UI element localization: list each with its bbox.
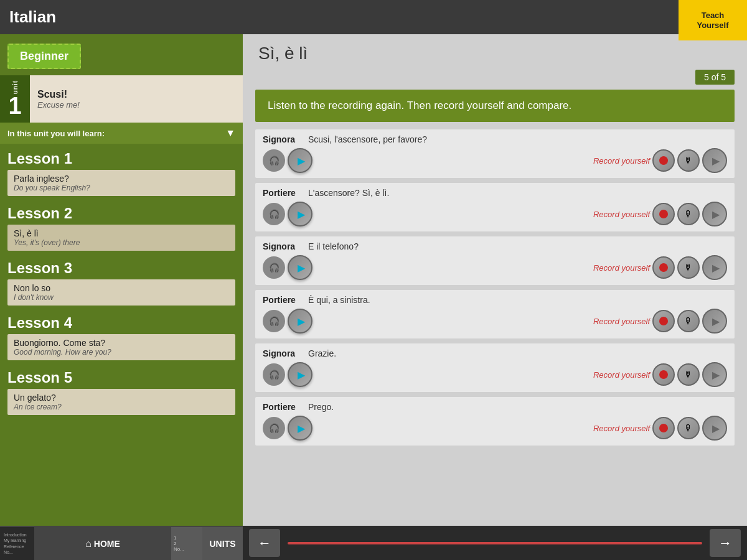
record-button-5[interactable] — [652, 363, 675, 386]
lesson-sub-1: Do you speak English? — [14, 184, 229, 192]
lesson-card-5[interactable]: Un gelato?An ice cream? — [7, 389, 235, 415]
unit-subtitle: Excuse me! — [37, 100, 235, 110]
play-button-3[interactable]: ▶ — [288, 255, 312, 280]
dialogue-row-2: PortiereL'ascensore? Sì, è lì.🎧▶Record y… — [255, 183, 735, 231]
dialogue-text-2: L'ascensore? Sì, è lì. — [308, 188, 389, 198]
record-button-6[interactable] — [652, 417, 675, 439]
units-section: 1 2 No... UNITS — [171, 527, 243, 560]
controls-row-4: 🎧▶Record yourself🎙▶ — [263, 309, 727, 334]
speaker-5: Signora — [263, 348, 303, 358]
dialogue-text-4: È qui, a sinistra. — [308, 295, 370, 305]
home-icon: ⌂ — [85, 538, 92, 549]
lesson-card-1[interactable]: Parla inglese?Do you speak English? — [7, 170, 235, 196]
play-button-4[interactable]: ▶ — [288, 309, 312, 334]
mic-button-3[interactable]: 🎙 — [677, 256, 700, 279]
dialogue-text-5: Grazie. — [308, 348, 336, 358]
record-label-4: Record yourself — [593, 317, 650, 326]
home-button[interactable]: ⌂ HOME — [34, 527, 171, 560]
record-button-3[interactable] — [652, 256, 675, 279]
play-button2-2[interactable]: ▶ — [702, 202, 727, 226]
dialogue-text-3: E il telefono? — [308, 241, 359, 251]
play-button2-5[interactable]: ▶ — [702, 362, 727, 387]
unit-learn-row[interactable]: In this unit you will learn: ▼ — [0, 123, 243, 144]
teach-yourself-badge: Teach Yourself — [679, 0, 747, 40]
play-button-6[interactable]: ▶ — [288, 416, 312, 441]
lesson-section-5: Lesson 5Un gelato?An ice cream? — [0, 363, 243, 415]
record-dot-6 — [659, 424, 668, 432]
instruction-box: Listen to the recording again. Then reco… — [255, 90, 735, 122]
nav-thumbnails: Introduction My learning Reference No... — [0, 527, 34, 560]
headphone-button-6[interactable]: 🎧 — [263, 417, 285, 439]
right-controls-1: Record yourself🎙▶ — [593, 148, 727, 173]
play-button2-3[interactable]: ▶ — [702, 255, 727, 280]
unit-name: Scusi! — [37, 89, 235, 100]
lesson-main-2: Sì, è lì — [14, 228, 229, 238]
right-controls-2: Record yourself🎙▶ — [593, 202, 727, 226]
lesson-heading-2: Lesson 2 — [7, 201, 235, 225]
mic-button-2[interactable]: 🎙 — [677, 203, 700, 225]
record-dot-5 — [659, 370, 668, 379]
headphone-button-3[interactable]: 🎧 — [263, 256, 285, 279]
main-content: Sì, è lì 5 of 5 Listen to the recording … — [243, 34, 747, 560]
record-button-1[interactable] — [652, 149, 675, 172]
left-controls-1: 🎧▶ — [263, 148, 312, 173]
right-controls-3: Record yourself🎙▶ — [593, 255, 727, 280]
unit-number: 1 — [8, 94, 21, 118]
sidebar-nav: Introduction My learning Reference No...… — [0, 526, 243, 560]
units-thumbnail: 1 2 No... — [171, 527, 202, 560]
progress-bar-area: 5 of 5 — [255, 70, 735, 90]
record-dot-1 — [659, 156, 668, 165]
play-button2-1[interactable]: ▶ — [702, 148, 727, 173]
units-button[interactable]: UNITS — [202, 527, 243, 560]
play-button-2[interactable]: ▶ — [288, 202, 312, 226]
controls-row-1: 🎧▶Record yourself🎙▶ — [263, 148, 727, 173]
record-button-2[interactable] — [652, 203, 675, 225]
headphone-button-4[interactable]: 🎧 — [263, 310, 285, 332]
play-button2-4[interactable]: ▶ — [702, 309, 727, 334]
lesson-section-4: Lesson 4Buongiorno. Come sta?Good mornin… — [0, 308, 243, 360]
mic-button-4[interactable]: 🎙 — [677, 310, 700, 332]
sidebar: Beginner unit 1 Scusi! Excuse me! In thi… — [0, 34, 243, 560]
lesson-sub-3: I don't know — [14, 293, 229, 302]
main-nav: ← → — [243, 526, 747, 560]
lesson-main-5: Un gelato? — [14, 393, 229, 403]
record-button-4[interactable] — [652, 310, 675, 332]
controls-row-6: 🎧▶Record yourself🎙▶ — [263, 416, 727, 441]
play-button-5[interactable]: ▶ — [288, 362, 312, 387]
mic-button-5[interactable]: 🎙 — [677, 363, 700, 386]
dialogue-text-6: Prego. — [308, 402, 334, 412]
play-button2-6[interactable]: ▶ — [702, 416, 727, 441]
lesson-heading-3: Lesson 3 — [7, 256, 235, 279]
prev-button[interactable]: ← — [249, 529, 280, 557]
headphone-button-1[interactable]: 🎧 — [263, 149, 285, 172]
mic-button-6[interactable]: 🎙 — [677, 417, 700, 439]
mic-button-1[interactable]: 🎙 — [677, 149, 700, 172]
lesson-sub-4: Good morning. How are you? — [14, 348, 229, 357]
progress-badge: 5 of 5 — [695, 70, 735, 85]
dialogue-text-1: Scusi, l'ascensore, per favore? — [308, 134, 427, 144]
dialogue-row-5: SignoraGrazie.🎧▶Record yourself🎙▶ — [255, 343, 735, 392]
record-label-6: Record yourself — [593, 424, 650, 433]
headphone-button-5[interactable]: 🎧 — [263, 363, 285, 386]
headphone-button-2[interactable]: 🎧 — [263, 203, 285, 225]
unit-badge: unit 1 — [0, 75, 30, 123]
lesson-section-3: Lesson 3Non lo soI don't know — [0, 253, 243, 306]
controls-row-5: 🎧▶Record yourself🎙▶ — [263, 362, 727, 387]
lessons-list: Lesson 1Parla inglese?Do you speak Engli… — [0, 144, 243, 418]
unit-title-block: Scusi! Excuse me! — [30, 75, 243, 123]
record-dot-4 — [659, 317, 668, 325]
beginner-button[interactable]: Beginner — [7, 44, 81, 69]
right-controls-5: Record yourself🎙▶ — [593, 362, 727, 387]
lesson-card-2[interactable]: Sì, è lìYes, it's (over) there — [7, 225, 235, 251]
next-button[interactable]: → — [710, 529, 741, 557]
header: Italian Teach Yourself — [0, 0, 747, 34]
content-area: 5 of 5 Listen to the recording again. Th… — [243, 70, 747, 526]
lesson-heading-4: Lesson 4 — [7, 310, 235, 334]
left-controls-3: 🎧▶ — [263, 255, 312, 280]
record-label-5: Record yourself — [593, 370, 650, 380]
dialogue-row-4: PortiereÈ qui, a sinistra.🎧▶Record yours… — [255, 290, 735, 338]
lesson-card-3[interactable]: Non lo soI don't know — [7, 279, 235, 306]
speaker-6: Portiere — [263, 402, 303, 412]
play-button-1[interactable]: ▶ — [288, 148, 312, 173]
lesson-card-4[interactable]: Buongiorno. Come sta?Good morning. How a… — [7, 334, 235, 360]
